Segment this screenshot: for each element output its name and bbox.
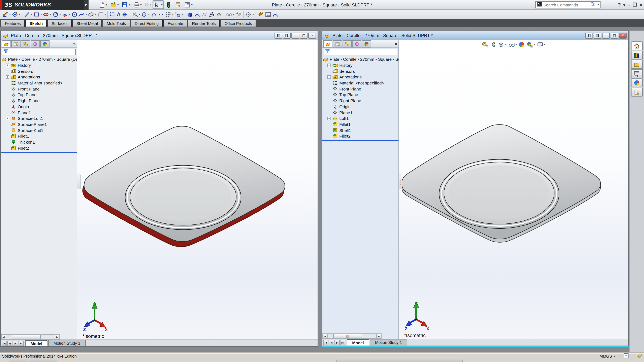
configurationmanager-tab[interactable] bbox=[21, 40, 30, 47]
tab-next-icon[interactable]: ▶ bbox=[334, 340, 340, 345]
tree-horizontal-scrollbar[interactable]: ◀ ||| ▶ bbox=[322, 334, 382, 339]
tile-left-button[interactable]: ◧ bbox=[585, 32, 593, 38]
scroll-left-icon[interactable]: ◀ bbox=[1, 335, 6, 339]
ellipse-button[interactable]: ▾ bbox=[87, 10, 97, 19]
pane-splitter-handle[interactable]: ◂◂◂ bbox=[399, 175, 402, 189]
file-explorer-button[interactable] bbox=[631, 60, 642, 69]
document-window-titlebar[interactable]: Plate - Corelle - 270mm - Square.SLDPRT … bbox=[1, 31, 318, 40]
tree-item-fillet1[interactable]: Fillet1 bbox=[1, 133, 77, 139]
open-button[interactable]: ▾ bbox=[109, 0, 120, 9]
doc-tab-motion-study-1[interactable]: Motion Study 1 bbox=[48, 340, 86, 346]
intersection-curve-button[interactable] bbox=[208, 10, 215, 19]
child-restore-button[interactable]: ◻ bbox=[610, 32, 618, 38]
tree-item-fillet2[interactable]: Fillet2 bbox=[1, 145, 77, 151]
select-button[interactable]: ▾ bbox=[153, 0, 164, 9]
plate-model-solid[interactable] bbox=[399, 40, 628, 339]
line-button[interactable]: ▾ bbox=[23, 10, 33, 19]
tree-item-annotations[interactable]: +AAnnotations bbox=[1, 74, 77, 80]
print-dropdown-icon[interactable]: ▾ bbox=[140, 3, 142, 6]
scroll-right-icon[interactable]: ▶ bbox=[376, 334, 381, 338]
tree-item-front-plane[interactable]: Front Plane bbox=[322, 86, 398, 92]
doc-tab-motion-study-1[interactable]: Motion Study 1 bbox=[370, 339, 407, 346]
tree-item-material-not-specified[interactable]: Material <not specified> bbox=[1, 80, 77, 86]
corner-rectangle-dropdown-icon[interactable]: ▾ bbox=[40, 13, 42, 16]
expand-icon[interactable]: + bbox=[6, 75, 9, 79]
tile-left-button[interactable]: ◧ bbox=[274, 32, 282, 38]
pane-overflow-chevron-icon[interactable]: » bbox=[395, 41, 397, 46]
feature-filter-box[interactable] bbox=[324, 49, 397, 55]
linear-sketch-pattern-button[interactable] bbox=[109, 10, 116, 19]
save-dropdown-icon[interactable]: ▾ bbox=[129, 3, 130, 6]
sketch-picture-button[interactable] bbox=[264, 10, 272, 19]
sketch-button[interactable]: ▾ bbox=[2, 10, 11, 19]
options-dropdown-icon[interactable]: ▾ bbox=[191, 3, 192, 6]
view-palette-button[interactable] bbox=[631, 69, 642, 78]
viewport-3d[interactable]: Y X Z *Isometric bbox=[77, 40, 318, 340]
move-entities-button[interactable]: ▾ bbox=[174, 10, 183, 19]
search-commands-input[interactable] bbox=[544, 2, 589, 7]
tree-item-surface-loft1[interactable]: +Surface-Loft1 bbox=[1, 115, 77, 121]
sketch-fillet-dropdown-icon[interactable]: ▾ bbox=[104, 13, 106, 16]
tile-right-button[interactable]: ◨ bbox=[283, 32, 290, 38]
smart-dimension-dropdown-icon[interactable]: ▾ bbox=[19, 13, 20, 16]
point-button[interactable] bbox=[121, 10, 128, 19]
tab-office-products[interactable]: Office Products bbox=[220, 20, 256, 26]
centerpoint-arc-button[interactable]: ▾ bbox=[61, 10, 71, 19]
pattern-grid-button[interactable]: ▾ bbox=[164, 10, 174, 19]
help-dropdown-icon[interactable]: ▾ bbox=[623, 2, 625, 7]
instant-2d-button[interactable] bbox=[257, 10, 264, 19]
tab-render-tools[interactable]: Render Tools bbox=[188, 20, 220, 26]
design-binder-button[interactable] bbox=[174, 0, 182, 9]
featuremanager-tab[interactable] bbox=[2, 40, 11, 47]
undo-button[interactable]: ↺▾ bbox=[143, 0, 152, 9]
centerpoint-arc-dropdown-icon[interactable]: ▾ bbox=[69, 13, 70, 16]
tab-last-icon[interactable]: ▶| bbox=[340, 340, 345, 345]
display-delete-relations-dropdown-icon[interactable]: ▾ bbox=[233, 13, 234, 16]
spline-dropdown-icon[interactable]: ▾ bbox=[86, 13, 87, 16]
tree-item-material-not-specified[interactable]: Material <not specified> bbox=[322, 80, 398, 86]
rollback-bar[interactable] bbox=[322, 140, 398, 141]
tree-item-sensors[interactable]: Sensors bbox=[322, 68, 398, 74]
pattern-grid-dropdown-icon[interactable]: ▾ bbox=[172, 13, 174, 16]
tab-sheet-metal[interactable]: Sheet Metal bbox=[72, 20, 102, 26]
circle-button[interactable]: ▾ bbox=[52, 10, 61, 19]
scroll-thumb[interactable]: ||| bbox=[333, 334, 362, 338]
line-dropdown-icon[interactable]: ▾ bbox=[31, 13, 32, 16]
tile-right-button[interactable]: ◨ bbox=[594, 32, 601, 38]
corner-rectangle-button[interactable]: ▾ bbox=[33, 10, 42, 19]
doc-tab-model[interactable]: Model bbox=[347, 339, 369, 346]
displaymanager-tab[interactable] bbox=[40, 40, 50, 47]
restore-button[interactable]: ❐ bbox=[633, 2, 637, 8]
convert-entities-button[interactable]: ▾ bbox=[140, 10, 150, 19]
3d-sketch-button[interactable] bbox=[186, 10, 194, 19]
rebuild-button[interactable] bbox=[164, 0, 173, 9]
tab-mold-tools[interactable]: Mold Tools bbox=[103, 20, 130, 26]
expand-icon[interactable]: + bbox=[6, 116, 9, 120]
scroll-left-icon[interactable]: ◀ bbox=[323, 334, 328, 338]
ellipse-dropdown-icon[interactable]: ▾ bbox=[95, 13, 96, 16]
offset-entities-button[interactable] bbox=[150, 10, 157, 19]
undo-dropdown-icon[interactable]: ▾ bbox=[150, 3, 151, 6]
move-entities-dropdown-icon[interactable]: ▾ bbox=[182, 13, 183, 16]
tab-first-icon[interactable]: |◀ bbox=[323, 340, 328, 345]
tree-item-origin[interactable]: Origin bbox=[322, 104, 398, 109]
pane-overflow-chevron-icon[interactable]: » bbox=[73, 41, 76, 46]
circle-dropdown-icon[interactable]: ▾ bbox=[59, 13, 61, 16]
options-button[interactable]: ▾ bbox=[183, 0, 194, 9]
help-button[interactable]: ? bbox=[618, 2, 621, 8]
expand-icon[interactable]: + bbox=[327, 75, 331, 79]
tree-item-sensors[interactable]: Sensors bbox=[1, 68, 77, 74]
tree-item-top-plane[interactable]: Top Plane bbox=[1, 92, 77, 97]
document-window-titlebar[interactable]: Plate - Corelle - 270mm - Square - Solid… bbox=[322, 31, 628, 40]
tree-item-right-plane[interactable]: Right Plane bbox=[322, 98, 398, 104]
tree-root-item[interactable]: Plate - Corelle - 270mm - Square - Solid bbox=[322, 56, 398, 62]
tab-sketch[interactable]: Sketch bbox=[26, 20, 47, 26]
spline-button[interactable]: ▾ bbox=[78, 10, 87, 19]
configurationmanager-tab[interactable] bbox=[342, 40, 352, 47]
new-document-button[interactable]: ▾ bbox=[98, 0, 108, 9]
tree-item-surface-knit1[interactable]: Surface-Knit1 bbox=[1, 127, 77, 133]
sketch-dropdown-icon[interactable]: ▾ bbox=[9, 13, 11, 16]
new-document-dropdown-icon[interactable]: ▾ bbox=[106, 3, 107, 6]
display-delete-relations-button[interactable]: ▾ bbox=[225, 10, 235, 19]
close-button[interactable]: × bbox=[640, 2, 642, 8]
